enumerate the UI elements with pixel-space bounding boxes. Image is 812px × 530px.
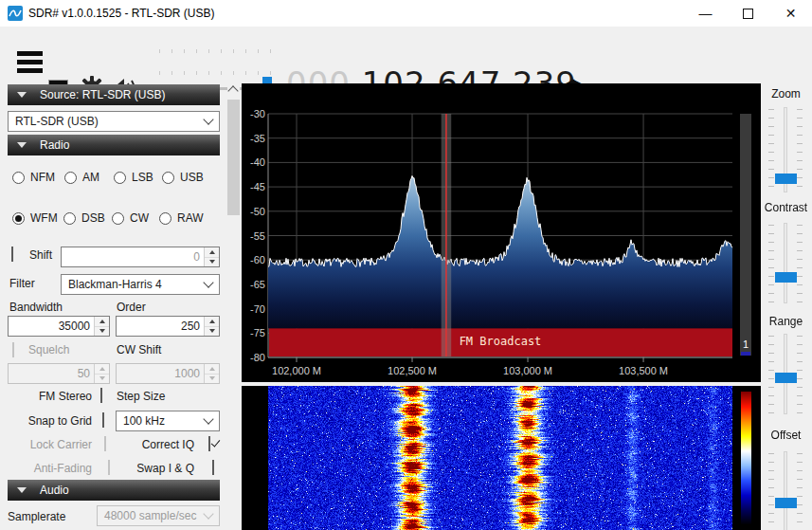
chevron-down-icon	[203, 508, 213, 519]
svg-text:102,000 M: 102,000 M	[272, 365, 321, 376]
collapse-triangle-icon	[17, 487, 27, 493]
minimize-button[interactable]: —	[684, 0, 727, 27]
svg-text:-70: -70	[250, 303, 265, 315]
waterfall-panel	[242, 386, 761, 530]
radio-cw[interactable]	[112, 212, 124, 225]
menu-button[interactable]	[0, 27, 47, 83]
filter-label: Filter	[9, 277, 35, 290]
zoom-slider-label: Zoom	[760, 87, 812, 101]
svg-text:-55: -55	[250, 230, 265, 242]
contrast-slider[interactable]	[784, 223, 787, 303]
shift-spinner[interactable]: 0	[61, 247, 220, 267]
radio-am[interactable]	[64, 172, 77, 184]
scroll-up-icon[interactable]	[227, 85, 238, 96]
svg-text:-80: -80	[250, 352, 265, 363]
mode-lsb: LSB	[114, 171, 153, 184]
waterfall-display[interactable]	[242, 386, 761, 530]
sidebar-scrollbar[interactable]	[227, 83, 240, 530]
radio-raw[interactable]	[159, 212, 171, 225]
source-panel-header[interactable]: Source: RTL-SDR (USB)	[8, 84, 220, 105]
radio-panel-title: Radio	[40, 138, 69, 152]
mode-usb: USB	[162, 171, 204, 184]
radio-usb[interactable]	[162, 172, 174, 184]
correct-iq-checkbox[interactable]	[208, 436, 210, 451]
offset-slider-handle[interactable]	[775, 498, 797, 508]
svg-text:-60: -60	[250, 254, 265, 265]
swap-iq-checkbox[interactable]	[212, 460, 214, 475]
cw-shift-label: CW Shift	[117, 343, 161, 356]
squelch-label: Squelch	[28, 343, 69, 356]
close-icon: ✕	[785, 6, 797, 21]
correct-iq-label: Correct IQ	[57, 438, 194, 451]
samplerate-select: 48000 sample/sec	[97, 505, 220, 526]
svg-text:-45: -45	[250, 181, 265, 192]
step-size-select[interactable]: 100 kHz	[116, 411, 220, 431]
source-panel-title: Source: RTL-SDR (USB)	[40, 88, 165, 101]
radio-lsb[interactable]	[114, 172, 126, 184]
scrollbar-thumb[interactable]	[227, 100, 240, 215]
range-slider-handle[interactable]	[775, 373, 797, 383]
mode-am: AM	[64, 171, 99, 184]
range-slider-label: Range	[760, 315, 812, 328]
svg-text:-30: -30	[250, 108, 265, 119]
audio-panel-title: Audio	[40, 484, 69, 497]
fm-stereo-checkbox[interactable]	[100, 388, 102, 403]
radio-dsb[interactable]	[63, 212, 76, 225]
contrast-slider-label: Contrast	[760, 201, 812, 214]
minimize-icon: —	[699, 6, 713, 21]
zoom-slider-handle[interactable]	[775, 174, 797, 184]
spin-up-icon[interactable]	[205, 247, 219, 258]
squelch-checkbox[interactable]	[12, 342, 14, 357]
close-button[interactable]: ✕	[769, 0, 812, 27]
title-bar[interactable]: SDR# v1.0.0.1525 - RTL-SDR (USB) — ✕	[0, 0, 812, 27]
samplerate-label: Samplerate	[8, 510, 65, 523]
svg-text:1: 1	[743, 338, 749, 350]
shift-checkbox[interactable]	[11, 247, 13, 262]
hamburger-icon	[17, 51, 43, 56]
bandwidth-spinner[interactable]: 35000	[8, 316, 110, 337]
order-label: Order	[117, 301, 146, 314]
radio-panel-header[interactable]: Radio	[8, 135, 220, 155]
svg-text:102,500 M: 102,500 M	[388, 365, 437, 376]
source-device-select[interactable]: RTL-SDR (USB)	[8, 111, 220, 132]
radio-wfm[interactable]	[12, 212, 25, 225]
maximize-button[interactable]	[727, 0, 769, 27]
spectrum-panel: -30-35-40-45-50-55-60-65-70-75-80102,000…	[242, 83, 761, 382]
window-title: SDR# v1.0.0.1525 - RTL-SDR (USB)	[28, 7, 215, 20]
collapse-triangle-icon	[17, 142, 27, 148]
mode-dsb: DSB	[63, 211, 105, 225]
toolbar: 000.102.647.239 ◀▶	[0, 27, 812, 83]
collapse-triangle-icon	[17, 92, 27, 98]
svg-text:-65: -65	[250, 279, 265, 290]
svg-text:-50: -50	[250, 206, 265, 217]
svg-text:FM Broadcast: FM Broadcast	[460, 335, 542, 348]
offset-slider-label: Offset	[760, 429, 812, 442]
volume-ticks-top	[159, 49, 275, 53]
svg-text:-75: -75	[250, 327, 265, 338]
maximize-icon	[743, 9, 753, 19]
chevron-down-icon	[203, 114, 213, 124]
audio-panel-header[interactable]: Audio	[8, 480, 220, 501]
order-spinner[interactable]: 250	[116, 316, 220, 337]
shift-label: Shift	[29, 248, 52, 262]
volume-ticks-bottom	[159, 71, 275, 75]
radio-nfm[interactable]	[12, 172, 25, 184]
contrast-slider-handle[interactable]	[775, 272, 797, 283]
filter-select[interactable]: Blackman-Harris 4	[61, 274, 220, 295]
mode-raw: RAW	[159, 211, 204, 225]
snap-to-grid-checkbox[interactable]	[102, 412, 104, 428]
bandwidth-label: Bandwidth	[9, 301, 63, 314]
spectrum-display[interactable]: -30-35-40-45-50-55-60-65-70-75-80102,000…	[242, 83, 761, 382]
svg-text:103,500 M: 103,500 M	[619, 365, 668, 376]
mode-cw: CW	[112, 211, 149, 225]
cw-shift-spinner: 1000	[116, 363, 220, 384]
svg-text:-35: -35	[250, 133, 265, 144]
step-size-label: Step Size	[117, 390, 165, 403]
snap-to-grid-label: Snap to Grid	[0, 414, 92, 428]
spin-down-icon[interactable]	[205, 258, 219, 267]
app-logo-icon	[8, 6, 23, 21]
swap-iq-label: Swap I & Q	[57, 462, 194, 475]
offset-slider[interactable]	[784, 451, 787, 530]
svg-text:103,000 M: 103,000 M	[503, 365, 552, 376]
sdrsharp-window: SDR# v1.0.0.1525 - RTL-SDR (USB) — ✕	[0, 0, 812, 530]
